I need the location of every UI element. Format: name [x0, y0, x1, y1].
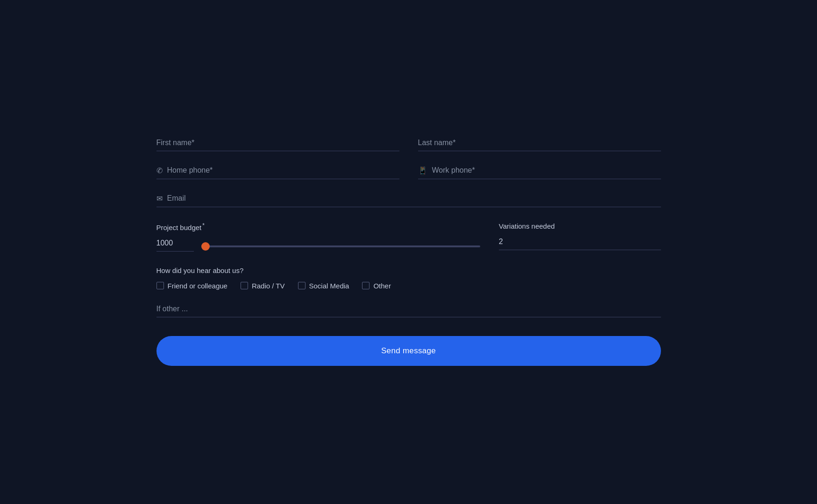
checkbox-social-label: Social Media — [309, 282, 349, 290]
checkbox-row: Friend or colleague Radio / TV Social Me… — [156, 282, 661, 290]
if-other-row — [156, 305, 661, 317]
budget-variations-row: Project budget* Variations needed — [156, 222, 661, 252]
email-icon: ✉ — [156, 194, 163, 203]
checkbox-radio-item[interactable]: Radio / TV — [241, 282, 285, 290]
email-row: ✉ — [156, 194, 661, 207]
checkbox-friend[interactable] — [156, 282, 164, 289]
email-input[interactable] — [167, 194, 661, 203]
checkbox-other[interactable] — [362, 282, 369, 289]
form-container: ✆ 📱 ✉ Project budget* — [156, 120, 661, 385]
home-phone-wrapper: ✆ — [156, 166, 399, 179]
slider-wrapper — [201, 241, 480, 249]
checkbox-social-item[interactable]: Social Media — [298, 282, 349, 290]
variations-label: Variations needed — [499, 222, 661, 230]
budget-required: * — [202, 222, 205, 229]
budget-slider[interactable] — [201, 245, 480, 247]
send-message-button[interactable]: Send message — [156, 336, 661, 366]
phone-icon: ✆ — [156, 166, 163, 175]
work-phone-field: 📱 — [418, 166, 661, 179]
first-name-input[interactable] — [156, 139, 399, 147]
work-phone-icon: 📱 — [418, 166, 427, 175]
checkbox-radio[interactable] — [241, 282, 248, 289]
last-name-wrapper — [418, 139, 661, 151]
home-phone-field: ✆ — [156, 166, 399, 179]
email-field: ✉ — [156, 194, 661, 207]
last-name-input[interactable] — [418, 139, 661, 147]
work-phone-wrapper: 📱 — [418, 166, 661, 179]
checkbox-friend-item[interactable]: Friend or colleague — [156, 282, 227, 290]
budget-label: Project budget* — [156, 222, 480, 231]
if-other-input[interactable] — [156, 305, 661, 317]
hear-label: How did you hear about us? — [156, 266, 661, 274]
home-phone-input[interactable] — [167, 166, 399, 175]
variations-field: Variations needed — [499, 222, 661, 250]
work-phone-input[interactable] — [432, 166, 661, 175]
checkbox-radio-label: Radio / TV — [252, 282, 285, 290]
budget-value-input[interactable] — [156, 239, 194, 252]
phone-row: ✆ 📱 — [156, 166, 661, 179]
last-name-field — [418, 139, 661, 151]
email-wrapper: ✉ — [156, 194, 661, 207]
checkbox-friend-label: Friend or colleague — [168, 282, 227, 290]
budget-input-row — [156, 239, 480, 252]
budget-field: Project budget* — [156, 222, 480, 252]
name-row — [156, 139, 661, 151]
checkbox-other-item[interactable]: Other — [362, 282, 391, 290]
hear-section: How did you hear about us? Friend or col… — [156, 266, 661, 290]
checkbox-other-label: Other — [373, 282, 391, 290]
first-name-wrapper — [156, 139, 399, 151]
first-name-field — [156, 139, 399, 151]
variations-input[interactable] — [499, 238, 661, 250]
checkbox-social[interactable] — [298, 282, 305, 289]
